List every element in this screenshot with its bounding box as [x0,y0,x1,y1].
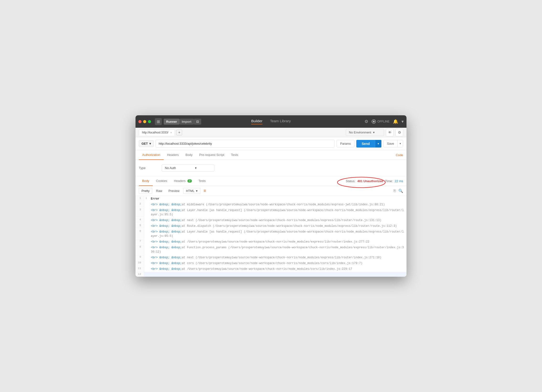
environment-select[interactable]: No Environment ▾ [346,129,384,136]
line-content: <br> &nbsp; &nbsp;at next (/Users/prospe… [148,255,384,260]
line-number: 8 [136,245,144,254]
save-dropdown-button[interactable]: ▾ [397,140,403,147]
line-number: 6 [136,229,144,239]
tab-team-library[interactable]: Team Library [270,119,291,124]
table-row: 4<br> &nbsp; &nbsp;at next (/Users/prosp… [136,217,406,223]
auth-type-label: Type [139,166,158,170]
sync-icon[interactable]: ⚙ [364,119,368,124]
format-value: HTML [186,189,194,193]
preview-button[interactable]: Preview [166,188,182,194]
send-dropdown-button[interactable]: ▾ [375,140,381,148]
table-row: 7<br> &nbsp; &nbsp;at /Users/prosperotem… [136,239,406,245]
resp-tab-cookies[interactable]: Cookies [153,176,171,186]
line-number: 7 [136,239,144,244]
close-tab-icon[interactable]: × [170,131,172,134]
tab-body[interactable]: Body [182,150,196,160]
line-number: 11 [136,266,144,272]
url-tab[interactable]: http://localhost:3333/ × [139,129,175,136]
format-chevron-icon: ▾ [196,189,198,193]
table-row: 11<br> &nbsp; &nbsp;at /Users/prosperote… [136,266,406,272]
headers-count-badge: 7 [187,179,192,183]
offline-dot-icon [372,119,376,124]
runner-button[interactable]: Runner [164,119,179,125]
fmt-right-icons: ⎘ 🔍 [394,189,403,193]
line-number: 12 [136,272,144,276]
titlebar: ⊞ Runner Import ⊡ Builder Team Library ⚙… [136,115,406,128]
line-number: 10 [136,261,144,266]
resp-tab-tests[interactable]: Tests [195,176,209,186]
line-indicator [144,266,148,272]
send-button[interactable]: Send [356,140,375,148]
search-icon[interactable]: 🔍 [398,189,403,193]
tab-tests[interactable]: Tests [228,150,241,160]
raw-button[interactable]: Raw [154,188,165,194]
line-content: <br> &nbsp; &nbsp;at next (/Users/prospe… [148,218,384,223]
auth-chevron-icon: ▾ [195,166,197,170]
line-content: <br> &nbsp; &nbsp;at /Users/prosperotemu… [148,266,355,272]
eye-icon[interactable]: 👁 [386,129,394,136]
settings-icon[interactable]: ⚙ [396,129,403,136]
time-label: Time: [385,179,393,183]
pretty-button[interactable]: Pretty [139,188,152,194]
response-tabs: Body Cookies Headers 7 Tests Status: 401… [136,176,406,186]
line-indicator [144,208,148,217]
app-window: ⊞ Runner Import ⊡ Builder Team Library ⚙… [136,115,406,277]
line-content: <br> &nbsp; &nbsp;at cors (/Users/prospe… [148,261,365,266]
line-indicator [144,223,148,229]
table-row: 9<br> &nbsp; &nbsp;at next (/Users/prosp… [136,255,406,260]
line-indicator [144,272,148,276]
tab-builder[interactable]: Builder [251,119,262,124]
close-button[interactable] [138,120,141,123]
method-label: GET [141,142,148,145]
word-wrap-icon[interactable]: ≡ [204,188,206,193]
line-content: <br> &nbsp; &nbsp;at Route.dispatch (/Us… [148,223,399,229]
resp-tab-body[interactable]: Body [139,176,153,186]
line-number: 5 [136,223,144,229]
line-content: <br> &nbsp; &nbsp;at Function.process_pa… [148,245,406,254]
tab-pre-request[interactable]: Pre-request Script [196,150,228,160]
table-row: 6<br> &nbsp; &nbsp;at Layer.handle [as h… [136,229,406,239]
import-button[interactable]: Import [179,119,194,125]
line-indicator [144,261,148,266]
request-bar: GET ▾ Params Send ▾ Save ▾ [136,137,406,150]
environment-label: No Environment [349,131,371,134]
code-link[interactable]: Code [396,150,403,160]
url-input[interactable] [156,140,335,148]
line-number: 1 [136,196,144,201]
table-row: 5<br> &nbsp; &nbsp;at Route.dispatch (/U… [136,223,406,229]
line-number: 9 [136,255,144,260]
minimize-button[interactable] [143,120,146,123]
auth-type-value: No Auth [165,166,176,170]
save-group: Save ▾ [383,140,403,147]
header-tabs: Builder Team Library [251,119,291,124]
line-indicator [144,202,148,207]
send-group: Send ▾ [356,140,381,148]
table-row: 12 [136,272,406,277]
table-row: 10<br> &nbsp; &nbsp;at cors (/Users/pros… [136,260,406,266]
maximize-button[interactable] [148,120,151,123]
line-number: 2 [136,202,144,207]
line-number: 3 [136,208,144,217]
method-select[interactable]: GET ▾ [139,140,154,147]
auth-type-select[interactable]: No Auth ▾ [162,164,214,172]
table-row: 2<br> &nbsp; &nbsp;at middleware (/Users… [136,202,406,207]
offline-indicator: OFFLINE [372,119,390,124]
new-tab-button[interactable]: ⊡ [194,119,201,125]
tab-headers[interactable]: Headers [164,150,182,160]
env-chevron-icon: ▾ [373,131,375,134]
line-content [148,272,153,276]
params-button[interactable]: Params [336,140,354,147]
line-content: <br> &nbsp; &nbsp;at /Users/prosperotemu… [148,239,372,244]
format-select[interactable]: HTML ▾ [183,188,200,194]
bell-icon[interactable]: 🔔 [393,119,398,124]
save-button[interactable]: Save [384,140,397,147]
auth-section: Type No Auth ▾ [136,160,406,176]
add-tab-button[interactable]: + [176,130,182,135]
line-content: Error [148,196,162,201]
resp-tab-headers[interactable]: Headers 7 [171,176,195,186]
sidebar-toggle-button[interactable]: ⊞ [155,118,162,125]
status-label: Status: [346,179,355,183]
chevron-down-icon[interactable]: ▾ [401,119,404,124]
copy-icon[interactable]: ⎘ [394,189,396,193]
tab-authorization[interactable]: Authorization [139,150,164,160]
